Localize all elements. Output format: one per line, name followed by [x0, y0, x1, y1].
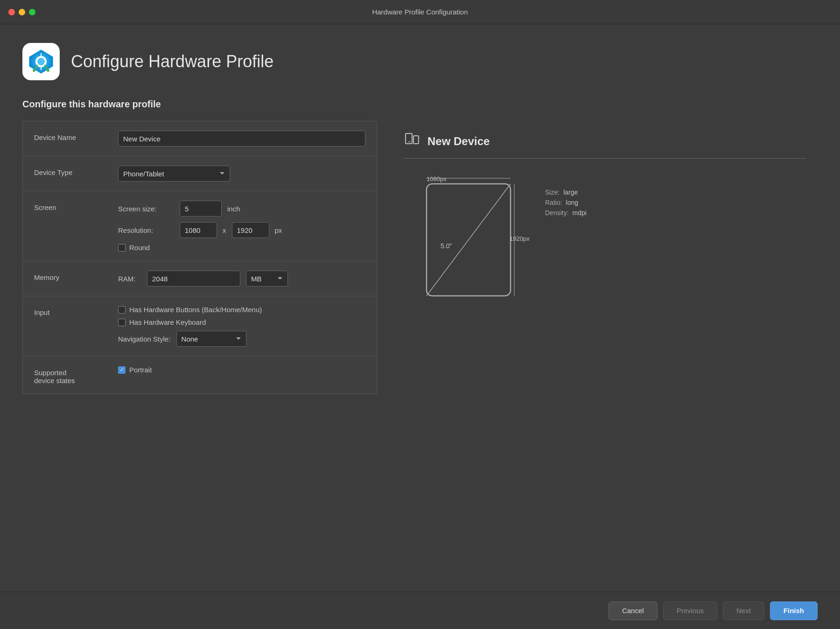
preview-panel: New Device 1080px	[392, 121, 818, 394]
window-controls	[8, 9, 35, 15]
memory-label: Memory	[34, 271, 118, 281]
device-type-controls: Phone/Tablet Wear OS Android TV Automoti…	[118, 166, 365, 182]
android-studio-logo	[27, 48, 55, 76]
preview-header: New Device	[403, 132, 806, 159]
screen-size-row: Screen size: inch	[118, 201, 365, 217]
cancel-button[interactable]: Cancel	[609, 601, 658, 620]
ram-label: RAM:	[118, 275, 141, 283]
resolution-unit: px	[275, 226, 282, 234]
header-section: Configure Hardware Profile	[22, 43, 818, 80]
resolution-row: Resolution: x px	[118, 222, 365, 238]
supported-states-controls: Portrait	[118, 366, 365, 374]
device-type-label: Device Type	[34, 166, 118, 176]
svg-point-6	[47, 69, 49, 72]
nav-style-row: Navigation Style: None Gesture D-pad Tra…	[118, 331, 365, 347]
next-button[interactable]: Next	[723, 601, 764, 620]
ram-unit-select[interactable]: MB GB	[246, 271, 288, 287]
resolution-x-input[interactable]	[180, 222, 217, 238]
input-label: Input	[34, 306, 118, 316]
supported-states-label: Supported device states	[34, 366, 118, 384]
round-label: Round	[129, 244, 150, 252]
device-name-controls	[118, 131, 365, 147]
bottom-bar: Cancel Previous Next Finish	[0, 592, 840, 629]
device-name-row: Device Name	[23, 121, 377, 156]
svg-point-5	[33, 69, 35, 72]
device-diagram: 1080px 1920px 5.0"	[403, 170, 534, 310]
logo-container	[22, 43, 60, 80]
window-title: Hardware Profile Configuration	[372, 8, 468, 16]
round-checkbox[interactable]	[118, 244, 126, 252]
diagonal-label: 5.0"	[441, 242, 452, 250]
svg-line-11	[427, 184, 511, 296]
device-preview-icon	[403, 132, 420, 151]
hardware-buttons-checkbox[interactable]	[118, 306, 126, 314]
hardware-buttons-row: Has Hardware Buttons (Back/Home/Menu)	[118, 306, 365, 314]
device-name-input[interactable]	[118, 131, 365, 147]
portrait-row: Portrait	[118, 366, 365, 374]
close-button[interactable]	[8, 9, 15, 15]
size-spec-value: large	[563, 189, 578, 196]
input-row: Input Has Hardware Buttons (Back/Home/Me…	[23, 296, 377, 356]
round-row: Round	[118, 244, 365, 252]
ram-input[interactable]	[147, 271, 240, 287]
nav-style-label: Navigation Style:	[118, 335, 171, 343]
hardware-keyboard-label: Has Hardware Keyboard	[129, 318, 206, 326]
nav-style-select[interactable]: None Gesture D-pad Trackball Wheel	[176, 331, 246, 347]
density-spec-value: mdpi	[573, 209, 587, 217]
size-spec: Size: large	[545, 189, 587, 196]
main-container: Configure Hardware Profile Configure thi…	[0, 24, 840, 394]
resolution-y-input[interactable]	[232, 222, 269, 238]
previous-button[interactable]: Previous	[663, 601, 717, 620]
device-type-select[interactable]: Phone/Tablet Wear OS Android TV Automoti…	[118, 166, 230, 182]
supported-states-row: Supported device states Portrait	[23, 356, 377, 394]
portrait-checkbox[interactable]	[118, 366, 126, 374]
content-area: Device Name Device Type Phone/Tablet Wea…	[22, 121, 818, 394]
device-specs: Size: large Ratio: long Density: mdpi	[545, 170, 587, 217]
memory-controls: RAM: MB GB	[118, 271, 365, 287]
screen-size-unit: inch	[227, 205, 240, 213]
memory-inner-row: RAM: MB GB	[118, 271, 365, 287]
size-spec-key: Size:	[545, 189, 560, 196]
device-diagram-container: 1080px 1920px 5.0"	[403, 170, 806, 310]
density-spec-key: Density:	[545, 209, 569, 217]
screen-row: Screen Screen size: inch Resolution: x	[23, 191, 377, 261]
input-controls: Has Hardware Buttons (Back/Home/Menu) Ha…	[118, 306, 365, 347]
portrait-label: Portrait	[129, 366, 152, 374]
minimize-button[interactable]	[19, 9, 25, 15]
resolution-label: Resolution:	[118, 226, 174, 234]
form-panel: Device Name Device Type Phone/Tablet Wea…	[22, 121, 377, 394]
finish-button[interactable]: Finish	[770, 601, 818, 620]
maximize-button[interactable]	[29, 9, 35, 15]
screen-label: Screen	[34, 201, 118, 211]
screen-controls: Screen size: inch Resolution: x px	[118, 201, 365, 252]
preview-device-name: New Device	[427, 135, 490, 148]
hardware-buttons-label: Has Hardware Buttons (Back/Home/Menu)	[129, 306, 262, 314]
hardware-keyboard-row: Has Hardware Keyboard	[118, 318, 365, 326]
svg-rect-8	[413, 136, 419, 144]
ratio-spec-value: long	[566, 199, 578, 206]
screen-size-input[interactable]	[180, 201, 222, 217]
header-title: Configure Hardware Profile	[71, 52, 273, 71]
hardware-keyboard-checkbox[interactable]	[118, 319, 126, 326]
title-bar: Hardware Profile Configuration	[0, 0, 840, 24]
ratio-spec: Ratio: long	[545, 199, 587, 206]
density-spec: Density: mdpi	[545, 209, 587, 217]
x-separator: x	[223, 226, 226, 234]
svg-point-2	[37, 58, 45, 65]
height-dimension-label: 1920px	[510, 235, 530, 242]
screen-size-label: Screen size:	[118, 205, 174, 213]
section-title: Configure this hardware profile	[22, 99, 818, 110]
memory-row: Memory RAM: MB GB	[23, 261, 377, 296]
ratio-spec-key: Ratio:	[545, 199, 562, 206]
device-type-row: Device Type Phone/Tablet Wear OS Android…	[23, 156, 377, 191]
device-name-label: Device Name	[34, 131, 118, 141]
